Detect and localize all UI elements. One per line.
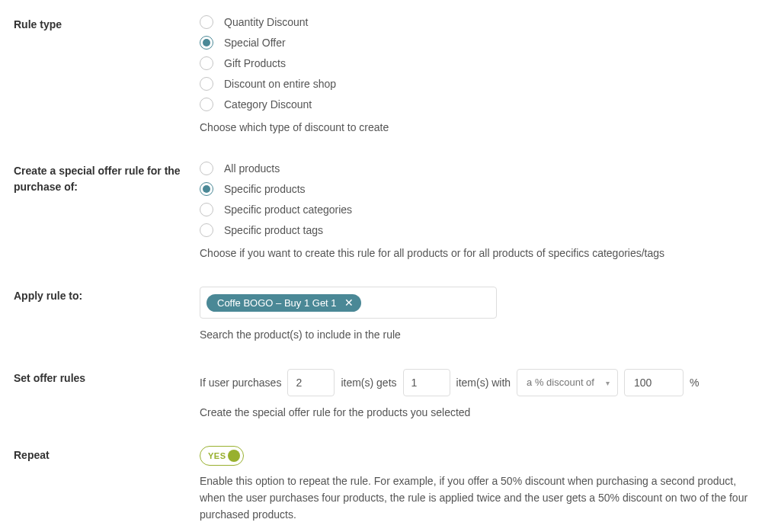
radio-label: Discount on entire shop <box>224 78 336 90</box>
chevron-down-icon: ▾ <box>606 378 610 386</box>
radio-specific-tags[interactable]: Specific product tags <box>200 223 748 237</box>
radio-label: Special Offer <box>224 37 286 49</box>
product-tag-text: Coffe BOGO – Buy 1 Get 1 <box>217 297 337 309</box>
product-tag: Coffe BOGO – Buy 1 Get 1 ✕ <box>207 294 361 312</box>
radio-icon-selected <box>200 36 213 50</box>
field-apply-rule: Apply rule to: Coffe BOGO – Buy 1 Get 1 … <box>14 287 748 343</box>
scope-label: Create a special offer rule for the purc… <box>14 163 200 195</box>
radio-label: Quantity Discount <box>224 16 309 28</box>
radio-label: Gift Products <box>224 57 286 69</box>
apply-rule-input[interactable]: Coffe BOGO – Buy 1 Get 1 ✕ <box>200 287 497 319</box>
radio-icon <box>200 98 213 111</box>
discount-type-value: a % discount of <box>527 377 594 388</box>
radio-special-offer[interactable]: Special Offer <box>200 36 748 50</box>
radio-icon <box>200 77 213 91</box>
field-repeat: Repeat YES Enable this option to repeat … <box>14 446 748 523</box>
radio-label: All products <box>224 162 280 175</box>
field-rule-type: Rule type Quantity Discount Special Offe… <box>14 15 748 136</box>
offer-text-mid1: item(s) gets <box>341 377 396 389</box>
discount-type-select[interactable]: a % discount of ▾ <box>517 369 618 396</box>
radio-icon-selected <box>200 182 213 196</box>
field-scope: Create a special offer rule for the purc… <box>14 162 748 261</box>
field-offer-rules: Set offer rules If user purchases item(s… <box>14 369 748 421</box>
offer-rules-helper: Create the special offer rule for the pr… <box>200 405 748 421</box>
purchases-input[interactable] <box>287 369 335 396</box>
scope-helper: Choose if you want to create this rule f… <box>200 246 748 261</box>
radio-specific-categories[interactable]: Specific product categories <box>200 203 748 216</box>
radio-gift-products[interactable]: Gift Products <box>200 56 748 70</box>
rule-type-helper: Choose which type of discount to create <box>200 120 748 136</box>
radio-label: Specific products <box>224 183 306 195</box>
radio-discount-entire-shop[interactable]: Discount on entire shop <box>200 77 748 91</box>
rule-type-label: Rule type <box>14 17 200 33</box>
radio-category-discount[interactable]: Category Discount <box>200 98 748 111</box>
radio-icon <box>200 203 213 216</box>
offer-text-prefix: If user purchases <box>200 377 281 389</box>
toggle-knob-icon <box>228 450 240 462</box>
apply-rule-helper: Search the product(s) to include in the … <box>200 328 748 343</box>
repeat-helper: Enable this option to repeat the rule. F… <box>200 473 748 523</box>
offer-text-mid2: item(s) with <box>456 377 511 389</box>
radio-label: Specific product categories <box>224 204 352 216</box>
radio-icon <box>200 15 213 29</box>
discount-value-input[interactable] <box>624 369 684 396</box>
radio-icon <box>200 162 213 175</box>
radio-specific-products[interactable]: Specific products <box>200 182 748 196</box>
repeat-toggle-label: YES <box>208 451 226 460</box>
radio-label: Specific product tags <box>224 224 323 236</box>
offer-text-suffix: % <box>690 377 699 389</box>
radio-all-products[interactable]: All products <box>200 162 748 175</box>
remove-icon[interactable]: ✕ <box>344 297 354 308</box>
radio-icon <box>200 56 213 70</box>
radio-icon <box>200 223 213 237</box>
repeat-toggle[interactable]: YES <box>200 446 244 466</box>
radio-quantity-discount[interactable]: Quantity Discount <box>200 15 748 29</box>
offer-rules-label: Set offer rules <box>14 370 200 386</box>
apply-rule-label: Apply rule to: <box>14 288 200 304</box>
repeat-label: Repeat <box>14 447 200 463</box>
radio-label: Category Discount <box>224 98 312 111</box>
gets-input[interactable] <box>403 369 450 396</box>
